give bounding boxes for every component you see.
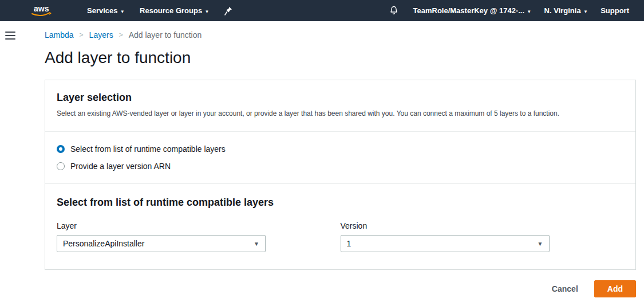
breadcrumb-current: Add layer to function	[129, 30, 202, 40]
divider	[45, 183, 635, 184]
radio-unselected-icon[interactable]	[57, 162, 65, 170]
footer-actions: Cancel Add	[45, 280, 636, 297]
layer-select-value: PersonalizeApiInstaller	[63, 239, 144, 248]
radio-option-label: Select from list of runtime compatible l…	[70, 144, 226, 154]
main-content: Lambda > Layers > Add layer to function …	[45, 21, 636, 298]
layer-select[interactable]: PersonalizeApiInstaller ▼	[57, 235, 266, 252]
chevron-down-icon: ▾	[584, 9, 587, 14]
breadcrumb-separator: >	[119, 31, 123, 39]
top-navigation: aws Services ▾ Resource Groups ▾	[0, 0, 644, 21]
notifications-bell-icon[interactable]	[381, 0, 406, 21]
layer-field-label: Layer	[57, 221, 341, 230]
dropdown-arrow-icon: ▼	[538, 241, 543, 247]
breadcrumb-separator: >	[80, 31, 84, 39]
chevron-down-icon: ▾	[121, 9, 124, 14]
svg-text:aws: aws	[34, 4, 49, 13]
dropdown-arrow-icon: ▼	[254, 241, 259, 247]
layer-selection-heading: Layer selection	[57, 92, 624, 104]
aws-logo-icon: aws	[30, 3, 53, 18]
side-strip	[0, 21, 21, 298]
nav-services[interactable]: Services ▾	[79, 0, 132, 21]
layer-selection-card: Layer selection Select an existing AWS-v…	[45, 80, 636, 270]
version-select-value: 1	[347, 239, 351, 248]
page-body: Lambda > Layers > Add layer to function …	[0, 21, 644, 298]
radio-option-runtime-compatible[interactable]: Select from list of runtime compatible l…	[57, 144, 624, 154]
version-select[interactable]: 1 ▼	[341, 235, 550, 252]
radio-selected-icon[interactable]	[57, 145, 65, 153]
layer-version-fields: Layer PersonalizeApiInstaller ▼ Version …	[57, 221, 624, 252]
cancel-button[interactable]: Cancel	[552, 284, 578, 293]
chevron-down-icon: ▾	[206, 9, 208, 14]
nav-services-label: Services	[87, 6, 118, 15]
divider	[45, 131, 635, 132]
nav-account-label: TeamRole/MasterKey @ 1742-...	[413, 6, 525, 15]
version-field: Version 1 ▼	[341, 221, 625, 252]
aws-logo[interactable]: aws	[30, 3, 53, 18]
menu-icon[interactable]	[5, 32, 15, 298]
layer-field: Layer PersonalizeApiInstaller ▼	[57, 221, 341, 252]
layer-selection-description: Select an existing AWS-vended layer or l…	[57, 108, 624, 119]
nav-support[interactable]: Support	[594, 0, 636, 21]
page-title: Add layer to function	[45, 49, 636, 67]
nav-support-label: Support	[600, 6, 629, 15]
nav-resource-groups-label: Resource Groups	[140, 6, 202, 15]
layer-source-radio-group: Select from list of runtime compatible l…	[57, 144, 624, 171]
breadcrumb-lambda-link[interactable]: Lambda	[45, 30, 74, 40]
pin-icon[interactable]	[216, 0, 240, 21]
runtime-section-heading: Select from list of runtime compatible l…	[57, 197, 624, 209]
nav-account-menu[interactable]: TeamRole/MasterKey @ 1742-... ▾	[406, 0, 538, 21]
radio-option-label: Provide a layer version ARN	[70, 162, 171, 171]
breadcrumb: Lambda > Layers > Add layer to function	[45, 30, 636, 40]
chevron-down-icon: ▾	[528, 9, 531, 14]
version-field-label: Version	[341, 221, 625, 230]
nav-region-label: N. Virginia	[544, 6, 581, 15]
add-button[interactable]: Add	[594, 280, 636, 297]
nav-resource-groups[interactable]: Resource Groups ▾	[132, 0, 216, 21]
breadcrumb-layers-link[interactable]: Layers	[89, 30, 113, 40]
radio-option-layer-arn[interactable]: Provide a layer version ARN	[57, 162, 624, 171]
nav-region-menu[interactable]: N. Virginia ▾	[538, 0, 594, 21]
